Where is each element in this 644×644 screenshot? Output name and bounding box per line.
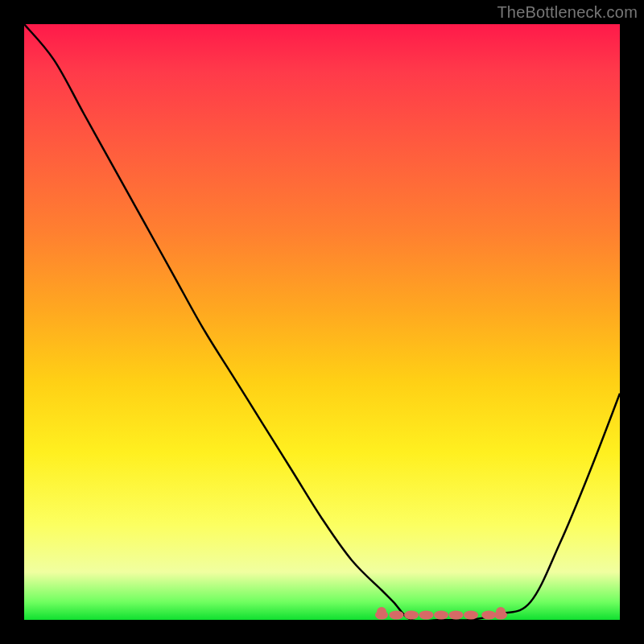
- minimum-marker: [449, 611, 464, 620]
- chart-frame: TheBottleneck.com: [0, 0, 644, 644]
- minimum-marker: [464, 611, 478, 620]
- minimum-marker: [434, 611, 448, 620]
- minimum-marker-group: [375, 607, 507, 620]
- curve-svg: [24, 24, 620, 620]
- minimum-marker-end: [496, 607, 506, 617]
- minimum-marker: [404, 611, 419, 620]
- watermark-text: TheBottleneck.com: [497, 3, 638, 22]
- minimum-marker: [419, 611, 434, 620]
- minimum-marker-end: [377, 607, 386, 617]
- plot-area: [24, 24, 620, 620]
- minimum-marker: [481, 611, 496, 620]
- minimum-marker: [390, 611, 404, 620]
- bottleneck-curve: [24, 24, 620, 621]
